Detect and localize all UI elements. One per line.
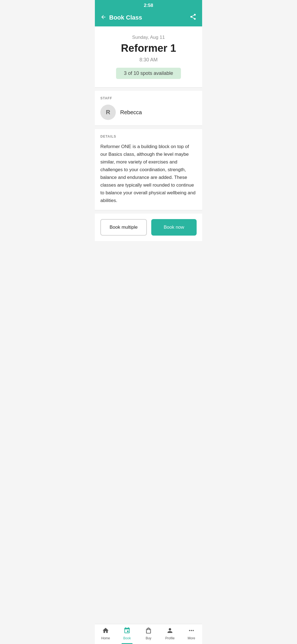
status-bar: 2:58 — [95, 0, 202, 10]
details-section: DETAILS Reformer ONE is a building block… — [95, 129, 202, 210]
staff-avatar: R — [100, 105, 116, 120]
class-info-section: Sunday, Aug 11 Reformer 1 8:30 AM 3 of 1… — [95, 26, 202, 88]
staff-section-label: STAFF — [100, 96, 197, 100]
header: Book Class — [95, 10, 202, 26]
back-icon — [100, 14, 106, 21]
share-icon[interactable] — [189, 13, 197, 22]
book-buttons-section: Book multiple Book now — [95, 214, 202, 241]
staff-name: Rebecca — [120, 109, 142, 116]
staff-section: STAFF R Rebecca — [95, 91, 202, 126]
class-name: Reformer 1 — [100, 42, 197, 54]
staff-row: R Rebecca — [100, 105, 197, 120]
details-section-label: DETAILS — [100, 135, 197, 138]
details-text: Reformer ONE is a building block on top … — [100, 143, 197, 204]
book-now-button[interactable]: Book now — [151, 219, 197, 236]
staff-avatar-initial: R — [106, 109, 110, 116]
class-date: Sunday, Aug 11 — [100, 35, 197, 40]
status-time: 2:58 — [144, 3, 153, 8]
spots-available-badge: 3 of 10 spots available — [116, 68, 181, 79]
book-multiple-button[interactable]: Book multiple — [100, 219, 147, 236]
page-title: Book Class — [109, 14, 142, 21]
class-time: 8:30 AM — [100, 57, 197, 63]
back-button[interactable]: Book Class — [100, 14, 142, 21]
